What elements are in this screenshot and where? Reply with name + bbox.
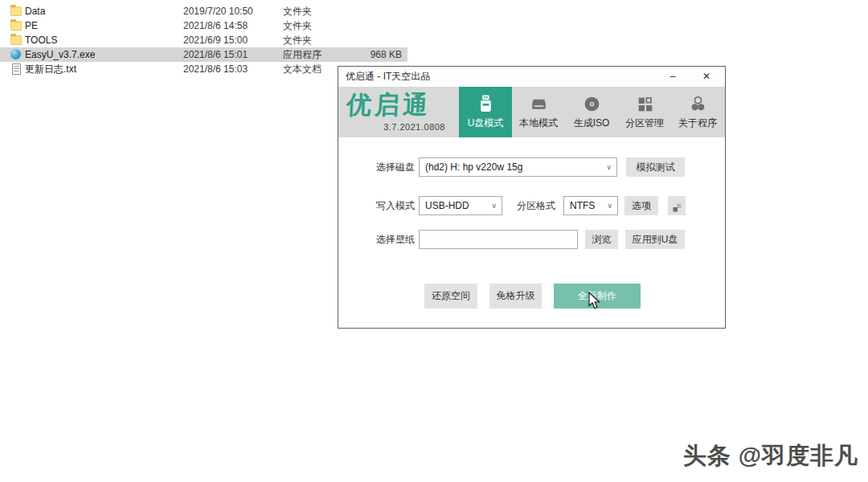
chevron-down-icon: ∨ [491, 197, 497, 214]
tab-label: U盘模式 [468, 116, 504, 130]
write-mode-label: 写入模式 [338, 196, 415, 215]
tab-label: 分区管理 [625, 116, 664, 130]
dialog-header: 优启通 3.7.2021.0808 U盘模式 [338, 87, 725, 137]
disc-icon [582, 94, 602, 114]
text-file-icon [12, 63, 21, 75]
apply-to-usb-button[interactable]: 应用到U盘 [625, 230, 685, 249]
hexagons-icon [688, 94, 708, 114]
upgrade-no-format-button[interactable]: 免格升级 [489, 284, 542, 308]
file-date: 2021/8/6 15:03 [183, 62, 248, 76]
folder-icon [10, 35, 22, 45]
easyu-dialog: 优启通 - IT天空出品 – ✕ 优启通 3.7.2021.0808 [338, 66, 726, 329]
file-row-tools[interactable]: TOOLS 2021/6/9 15:00 文件夹 [0, 33, 407, 47]
file-date: 2019/7/20 10:50 [183, 4, 253, 18]
partition-grid-icon [635, 94, 655, 114]
simulate-test-button[interactable]: 模拟测试 [626, 157, 685, 177]
usb-drive-icon [476, 94, 496, 114]
overlapping-squares-icon [668, 202, 686, 213]
file-type: 文件夹 [283, 33, 312, 47]
disk-label: 选择磁盘 [338, 157, 415, 177]
disk-select[interactable]: (hd2) H: hp v220w 15g ∨ [419, 157, 617, 177]
tab-local-mode[interactable]: 本地模式 [512, 87, 565, 137]
mouse-cursor-icon [588, 292, 601, 311]
file-date: 2021/6/9 15:00 [183, 33, 248, 47]
chevron-down-icon: ∨ [607, 197, 612, 214]
file-date: 2021/8/6 15:01 [183, 47, 248, 62]
minimize-button[interactable]: – [661, 67, 685, 87]
file-name: Data [25, 4, 45, 18]
restore-space-button[interactable]: 还原空间 [424, 284, 477, 308]
hard-disk-icon [529, 94, 549, 114]
file-row-data[interactable]: Data 2019/7/20 10:50 文件夹 [0, 4, 407, 18]
dialog-title: 优启通 - IT天空出品 [346, 67, 430, 87]
desktop-screen: Data 2019/7/20 10:50 文件夹 PE 2021/8/6 14:… [0, 0, 868, 482]
folder-icon [10, 21, 22, 31]
file-row-easyu-selected[interactable]: EasyU_v3.7.exe 2021/8/6 15:01 应用程序 968 K… [0, 47, 407, 62]
close-button[interactable]: ✕ [694, 67, 719, 87]
disk-select-value: (hd2) H: hp v220w 15g [425, 161, 522, 173]
layout-toggle-button[interactable] [668, 196, 686, 215]
mode-tabs: U盘模式 本地模式 [459, 87, 724, 137]
file-name: EasyU_v3.7.exe [25, 47, 95, 62]
partition-format-value: NTFS [570, 200, 595, 211]
app-logo: 优启通 [346, 88, 449, 122]
partition-format-label: 分区格式 [517, 196, 555, 215]
tab-generate-iso[interactable]: 生成ISO [565, 87, 618, 137]
tab-usb-mode[interactable]: U盘模式 [459, 87, 512, 137]
write-mode-select[interactable]: USB-HDD ∨ [419, 196, 502, 215]
file-name: 更新日志.txt [25, 62, 76, 76]
file-date: 2021/8/6 14:58 [183, 18, 248, 33]
tab-label: 本地模式 [519, 116, 558, 130]
tab-partition-manager[interactable]: 分区管理 [618, 87, 671, 137]
wallpaper-label: 选择壁纸 [338, 230, 415, 249]
options-button[interactable]: 选项 [624, 196, 658, 215]
file-name: TOOLS [25, 33, 57, 47]
dialog-titlebar[interactable]: 优启通 - IT天空出品 – ✕ [338, 67, 725, 87]
file-type: 文本文档 [283, 62, 321, 76]
partition-format-select[interactable]: NTFS ∨ [563, 196, 618, 215]
chevron-down-icon: ∨ [606, 158, 612, 176]
folder-icon [10, 6, 22, 16]
watermark-text: 头条 @羽度非凡 [683, 440, 858, 472]
wallpaper-input[interactable] [419, 230, 578, 249]
tab-label: 关于程序 [678, 116, 717, 130]
app-version: 3.7.2021.0808 [346, 122, 445, 132]
tab-about[interactable]: 关于程序 [671, 87, 724, 137]
file-type: 文件夹 [283, 18, 312, 33]
file-name: PE [25, 18, 38, 33]
tab-label: 生成ISO [574, 116, 610, 130]
browse-button[interactable]: 浏览 [585, 230, 618, 249]
file-row-pe[interactable]: PE 2021/8/6 14:58 文件夹 [0, 18, 407, 33]
file-type: 应用程序 [283, 47, 321, 62]
easyu-app-icon [10, 49, 21, 59]
file-type: 文件夹 [283, 4, 312, 18]
write-mode-value: USB-HDD [425, 200, 469, 211]
file-size: 968 KB [328, 47, 402, 62]
